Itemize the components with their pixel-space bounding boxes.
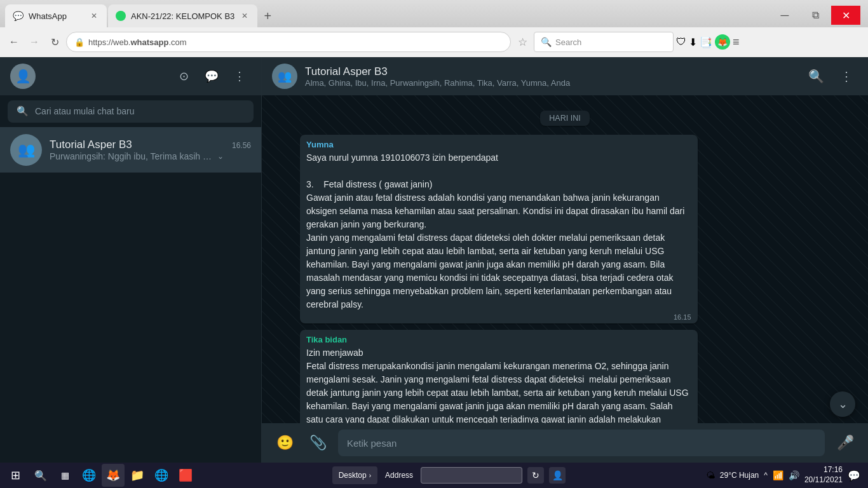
- firefox-shield-icon[interactable]: 🛡: [676, 36, 686, 48]
- tray-volume-icon: 🔊: [789, 470, 799, 480]
- bookmarks-icon[interactable]: 📑: [700, 36, 712, 48]
- tab-whatsapp[interactable]: 💬 WhatsApp ✕: [5, 4, 107, 27]
- weather-text: 29°C Hujan: [720, 471, 759, 480]
- message-time-yumna: 16.15: [306, 313, 691, 321]
- nav-bar: ← → ↻ 🔒 https://web.whatsapp.com ☆ 🔍 Sea…: [0, 27, 868, 57]
- tab-whatsapp-close[interactable]: ✕: [89, 11, 99, 21]
- clock-date: 20/11/2021: [804, 475, 843, 485]
- message-bubble-tika: Tika bidan Izin menjawabFetal distress m…: [300, 330, 698, 423]
- chat-header-name: Tutorial Asper B3: [305, 65, 797, 78]
- tab-whatsapp-label: WhatsApp: [29, 11, 84, 21]
- tab-akn-favicon: [116, 11, 126, 21]
- weather-icon: 🌤: [706, 470, 715, 480]
- taskbar-search-button[interactable]: 🔍: [29, 464, 52, 487]
- mic-button[interactable]: 🎤: [832, 430, 858, 456]
- chevron-icon: ›: [369, 472, 371, 479]
- wa-sidebar: 👤 ⊙ 💬 ⋮ 🔍 Cari atau mulai chat baru 👥 Tu…: [0, 57, 262, 463]
- minimize-button[interactable]: ─: [770, 6, 799, 25]
- window-controls: ─ ⧉ ✕: [770, 6, 863, 25]
- status-icon[interactable]: ⊙: [172, 65, 195, 88]
- chat-header-members: Alma, Ghina, Ibu, Irna, Purwaningsih, Ra…: [305, 78, 750, 88]
- tray-network-icon: 📶: [773, 470, 783, 480]
- task-view-button[interactable]: ▦: [53, 464, 76, 487]
- chat-bottom: Purwaningsih: Nggih ibu, Terima kasih at…: [50, 151, 251, 161]
- clock[interactable]: 17:16 20/11/2021: [804, 465, 843, 485]
- message-input-placeholder: Ketik pesan: [347, 438, 397, 449]
- search-input-placeholder[interactable]: Cari atau mulai chat baru: [35, 106, 134, 116]
- wa-app: 👤 ⊙ 💬 ⋮ 🔍 Cari atau mulai chat baru 👥 Tu…: [0, 57, 868, 463]
- chat-header: 👥 Tutorial Asper B3 Alma, Ghina, Ibu, Ir…: [262, 57, 868, 95]
- taskbar: ⊞ 🔍 ▦ 🌐 🦊 📁 🌐 🟥 Desktop › Address ↻ 👤 🌤 …: [0, 463, 868, 488]
- chat-item-tutorial[interactable]: 👥 Tutorial Asper B3 16.56 Purwaningsih: …: [0, 127, 261, 173]
- tray-expand-icon[interactable]: ^: [764, 471, 768, 480]
- lock-icon: 🔒: [74, 37, 85, 47]
- date-divider: HARI INI: [300, 111, 830, 126]
- bookmark-button[interactable]: ☆: [513, 33, 531, 51]
- sidebar-search: 🔍 Cari atau mulai chat baru: [0, 95, 261, 127]
- notification-icon[interactable]: 💬: [848, 470, 860, 482]
- chat-time: 16.56: [232, 141, 251, 150]
- taskbar-chrome[interactable]: 🌐: [150, 464, 173, 487]
- nav-back-button[interactable]: ←: [5, 33, 23, 51]
- taskbar-desktop-label[interactable]: Desktop ›: [332, 466, 377, 484]
- new-tab-button[interactable]: +: [259, 7, 276, 25]
- scroll-down-button[interactable]: ⌄: [830, 391, 855, 417]
- close-button[interactable]: ✕: [831, 6, 860, 25]
- taskbar-person-button[interactable]: 👤: [549, 467, 566, 484]
- search-placeholder: Search: [555, 37, 581, 47]
- date-badge: HARI INI: [540, 111, 589, 126]
- sender-name-yumna: Yumna: [306, 140, 691, 149]
- search-bar[interactable]: 🔍 Search: [534, 32, 674, 52]
- taskbar-center: Desktop › Address ↻ 👤: [198, 466, 700, 484]
- wa-main: 👥 Tutorial Asper B3 Alma, Ghina, Ibu, Ir…: [262, 57, 868, 463]
- address-text: https://web.whatsapp.com: [88, 37, 187, 47]
- sidebar-header: 👤 ⊙ 💬 ⋮: [0, 57, 261, 95]
- sender-name-tika: Tika bidan: [306, 335, 691, 344]
- nav-forward-button[interactable]: →: [25, 33, 43, 51]
- desktop-text: Desktop: [339, 471, 367, 480]
- maximize-button[interactable]: ⧉: [801, 6, 830, 25]
- chat-header-info: Tutorial Asper B3 Alma, Ghina, Ibu, Irna…: [305, 65, 797, 88]
- clock-time: 17:16: [824, 465, 843, 475]
- search-input-wrapper[interactable]: 🔍 Cari atau mulai chat baru: [8, 100, 254, 123]
- taskbar-address-input[interactable]: [421, 467, 522, 484]
- input-bar: 🙂 📎 Ketik pesan 🎤: [262, 423, 868, 463]
- chat-top: Tutorial Asper B3 16.56: [50, 139, 251, 151]
- tab-bar: 💬 WhatsApp ✕ AKN-21/22: KELOMPOK B3 ✕ + …: [0, 0, 868, 27]
- system-tray: 🌤 29°C Hujan ^ 📶 🔊 17:16 20/11/2021 💬: [701, 465, 865, 485]
- sidebar-action-icons: ⊙ 💬 ⋮: [172, 65, 251, 88]
- user-avatar[interactable]: 👤: [10, 64, 36, 89]
- taskbar-app-red[interactable]: 🟥: [174, 464, 197, 487]
- search-icon: 🔍: [17, 105, 29, 117]
- taskbar-explorer[interactable]: 📁: [126, 464, 149, 487]
- chat-preview: Purwaningsih: Nggih ibu, Terima kasih at…: [50, 151, 215, 161]
- address-bar[interactable]: 🔒 https://web.whatsapp.com: [66, 32, 511, 52]
- tab-akn-close[interactable]: ✕: [240, 11, 250, 21]
- firefox-account-icon[interactable]: 🦊: [715, 34, 730, 50]
- chat-expand-icon: ⌄: [217, 152, 224, 161]
- download-icon[interactable]: ⬇: [689, 36, 697, 48]
- taskbar-edge[interactable]: 🌐: [78, 464, 100, 487]
- tab-akn-label: AKN-21/22: KELOMPOK B3: [131, 11, 234, 21]
- chat-header-avatar[interactable]: 👥: [272, 64, 297, 89]
- message-bubble-yumna: Yumna Saya nurul yumna 1910106073 izin b…: [300, 135, 698, 323]
- taskbar-firefox[interactable]: 🦊: [102, 464, 125, 487]
- emoji-button[interactable]: 🙂: [272, 430, 297, 456]
- new-chat-icon[interactable]: 💬: [200, 65, 223, 88]
- search-icon: 🔍: [541, 37, 552, 47]
- taskbar-refresh-button[interactable]: ↻: [527, 467, 544, 484]
- message-input[interactable]: Ketik pesan: [338, 430, 825, 456]
- messages-area: HARI INI Yumna Saya nurul yumna 19101060…: [262, 95, 868, 423]
- menu-icon[interactable]: ≡: [733, 36, 740, 49]
- header-search-button[interactable]: 🔍: [804, 65, 827, 88]
- chat-info: Tutorial Asper B3 16.56 Purwaningsih: Ng…: [50, 139, 251, 161]
- nav-extra-icons: 🛡 ⬇ 📑 🦊 ≡: [676, 34, 740, 50]
- attach-button[interactable]: 📎: [305, 430, 330, 456]
- nav-refresh-button[interactable]: ↻: [46, 33, 64, 51]
- start-button[interactable]: ⊞: [3, 463, 28, 487]
- message-text-tika: Izin menjawabFetal distress merupakankon…: [306, 346, 691, 423]
- menu-dots-icon[interactable]: ⋮: [228, 65, 251, 88]
- header-menu-button[interactable]: ⋮: [835, 65, 858, 88]
- message-text-yumna: Saya nurul yumna 1910106073 izin berpend…: [306, 151, 691, 311]
- tab-akn[interactable]: AKN-21/22: KELOMPOK B3 ✕: [108, 4, 257, 27]
